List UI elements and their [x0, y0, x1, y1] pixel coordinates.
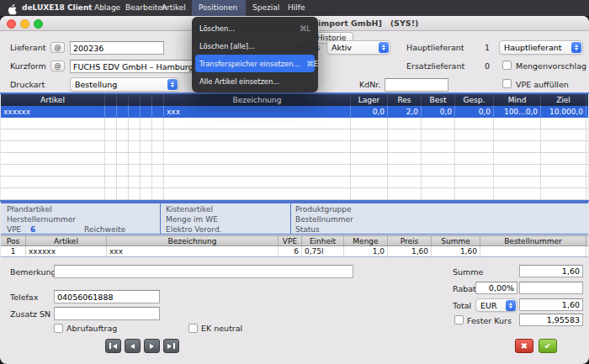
cell [422, 153, 455, 164]
currency-select[interactable]: EUR [475, 298, 517, 312]
cell [105, 153, 117, 164]
cell [105, 118, 117, 129]
cell [141, 118, 152, 129]
header-pos[interactable]: Pos [1, 236, 26, 245]
articles-table-empty-row[interactable] [1, 177, 588, 188]
hauptlieferant-select[interactable]: Hauptlieferant [499, 40, 583, 55]
cell [455, 165, 494, 176]
cell [164, 165, 351, 176]
menubar-item-hilfe[interactable]: Hilfe [288, 0, 305, 16]
lieferant-input[interactable]: 200236 [70, 41, 164, 55]
confirm-button[interactable]: ✔ [539, 339, 557, 353]
vpe-auffuellen-checkbox[interactable] [502, 79, 512, 88]
rabatt-input[interactable]: 0,00% [475, 282, 517, 294]
articles-table-empty-row[interactable] [1, 141, 588, 153]
articles-table-empty-row[interactable] [1, 165, 588, 177]
ek-neutral-checkbox[interactable] [188, 324, 198, 333]
header-menge[interactable]: Menge [344, 236, 388, 245]
zoom-window-button[interactable] [34, 19, 43, 29]
lieferant-lookup-button[interactable]: @ [50, 42, 65, 53]
cell [494, 129, 541, 140]
pfandartikel-label: Pfandartikel [7, 205, 52, 214]
zusatz-sn-input[interactable] [54, 307, 160, 320]
menubar-item-spezial[interactable]: Spezial [252, 0, 279, 16]
menubar-item-ablage[interactable]: Ablage [94, 0, 120, 16]
bestellnummer-label: Bestellnummer [295, 215, 353, 224]
articles-table: Artikel Bezeichnung Lager Res Best Gesp.… [1, 94, 588, 200]
articles-table-empty-row[interactable] [1, 153, 588, 165]
header-einheit[interactable]: Einheit [302, 236, 344, 245]
telefax-input[interactable]: 04056061888 [54, 290, 160, 303]
positions-table-row[interactable]: 1 xxxxxx xxx 6 0,75l 1,0 1,60 1,60 [1, 246, 588, 257]
cell-ziel: 10.000,0 [541, 106, 586, 117]
previous-record-button[interactable] [125, 339, 141, 353]
mengenvorschlag-checkbox[interactable] [502, 61, 512, 70]
status-select[interactable]: Aktiv [326, 40, 390, 55]
header-artikel[interactable]: Artikel [26, 236, 107, 245]
menu-item-label: Löschen... [199, 24, 235, 33]
abrufauftrag-checkbox[interactable] [54, 324, 63, 333]
cancel-button[interactable]: ✖ [515, 339, 533, 353]
summe-value: 1,60 [519, 265, 583, 277]
menu-item-alle-artikel-einsetzen[interactable]: Alle Artikel einsetzen... [192, 72, 318, 90]
header-res[interactable]: Res [388, 94, 422, 106]
header-lager[interactable]: Lager [351, 94, 388, 106]
fester-kurs-checkbox[interactable] [454, 315, 464, 324]
cell [351, 188, 388, 199]
menubar-item-artikel[interactable]: Artikel [162, 0, 186, 16]
header-mind[interactable]: Mind [494, 94, 541, 106]
cell [141, 177, 152, 187]
kdnr-input[interactable] [385, 78, 448, 92]
cell [388, 129, 422, 140]
menu-item-loeschen-alle[interactable]: Löschen [alle]... [192, 37, 318, 55]
header-preis[interactable]: Preis [388, 236, 432, 245]
header-bestellnummer[interactable]: Bestellnummer [480, 236, 586, 245]
elektro-verord-label: Elektro Verord. [166, 225, 221, 234]
cell [494, 118, 541, 129]
menubar-app-name[interactable]: deLUXE18 Client [22, 0, 93, 16]
cell-preis: 1,60 [388, 246, 432, 256]
vpe-auffuellen-label: VPE auffüllen [516, 80, 569, 89]
ersatzlieferant-count: 0 [471, 61, 490, 71]
header-summe[interactable]: Summe [432, 236, 480, 245]
header-artikel[interactable]: Artikel [1, 94, 105, 106]
first-record-button[interactable] [105, 339, 121, 353]
cell [152, 188, 164, 199]
header-best[interactable]: Best [422, 94, 455, 106]
cell [422, 177, 455, 187]
telefax-label: Telefax [10, 293, 38, 302]
cell [1, 165, 105, 176]
cell-vpe: 6 [279, 246, 302, 256]
cell-mind: 100...0,0 [494, 106, 541, 117]
close-window-button[interactable] [7, 19, 16, 29]
articles-table-empty-row[interactable] [1, 129, 588, 141]
header-ziel[interactable]: Ziel [541, 94, 586, 106]
minimize-window-button[interactable] [20, 19, 29, 29]
articles-table-header: Artikel Bezeichnung Lager Res Best Gesp.… [1, 94, 588, 106]
cell [129, 106, 141, 117]
articles-table-empty-row[interactable] [1, 188, 588, 200]
menu-item-transferspeicher-einsetzen[interactable]: Transferspeicher einsetzen... ⌘E [195, 55, 315, 72]
header-vpe[interactable]: VPE [279, 236, 302, 245]
menu-item-loeschen[interactable]: Löschen... ⌘L [192, 19, 318, 37]
cancel-icon: ✖ [521, 341, 528, 351]
cell [117, 129, 129, 140]
last-record-button[interactable] [163, 339, 179, 353]
cell [388, 141, 422, 152]
next-record-button[interactable] [144, 339, 160, 353]
articles-table-empty-row[interactable] [1, 118, 588, 129]
cell [388, 118, 422, 129]
header-gesp[interactable]: Gesp. [455, 94, 494, 106]
vpe-value: 6 [30, 225, 35, 234]
druckart-select[interactable]: Bestellung [70, 77, 179, 92]
articles-table-selected-row[interactable]: xxxxxx xxx 0,0 2,0 0,0 0,0 100...0,0 10.… [1, 106, 588, 118]
apple-menu-icon[interactable] [8, 3, 17, 18]
menge-im-we-label: Menge im WE [166, 215, 218, 224]
menubar-item-positionen[interactable]: Positionen [199, 0, 237, 16]
divider [290, 203, 291, 234]
kurzform-lookup-button[interactable]: @ [50, 61, 65, 71]
header-bezeichnung[interactable]: Bezeichnung [164, 94, 351, 106]
cell [388, 188, 422, 199]
bemerkung-input[interactable] [54, 265, 353, 278]
header-bezeichnung[interactable]: Bezeichnung [107, 236, 279, 245]
